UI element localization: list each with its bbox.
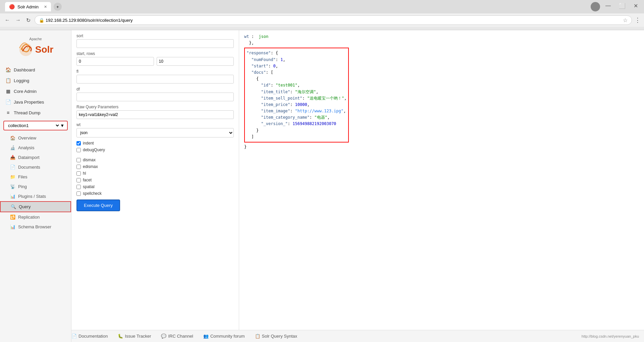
collection-selector[interactable]: collection1 ▼ — [3, 121, 68, 130]
ping-icon: 📡 — [10, 184, 15, 189]
logo-area: Apache Solr — [0, 30, 71, 64]
facet-checkbox[interactable] — [76, 178, 81, 182]
tab-favicon: 🔴 — [9, 4, 15, 9]
replication-icon: 🔁 — [10, 215, 15, 220]
reload-button[interactable]: ↻ — [25, 16, 32, 25]
start-rows-label: start, rows — [76, 51, 234, 56]
schema-browser-icon: 📊 — [10, 224, 15, 229]
edismax-checkbox[interactable] — [76, 165, 81, 169]
wt-select[interactable]: json xml python ruby php csv — [76, 128, 234, 137]
thread-dump-icon: ≡ — [5, 110, 11, 115]
fl-group: fl — [76, 69, 234, 83]
issue-tracker-icon: 🐛 — [118, 334, 123, 339]
sort-input[interactable] — [76, 39, 234, 48]
query-panel: sort start, rows fl df — [71, 30, 644, 330]
spatial-checkbox-row: spatial — [76, 184, 234, 189]
irc-channel-link[interactable]: 💬 IRC Channel — [161, 334, 193, 339]
analysis-icon: 🔬 — [10, 145, 15, 150]
sidebar-item-dataimport[interactable]: 📥 Dataimport — [0, 153, 71, 162]
indent-checkbox-row: indent — [76, 141, 234, 146]
sidebar-item-label: Thread Dump — [14, 110, 40, 115]
apache-label: Apache — [29, 37, 42, 41]
start-input[interactable] — [76, 57, 154, 66]
fl-label: fl — [76, 69, 234, 74]
sort-group: sort — [76, 34, 234, 48]
rows-input[interactable] — [157, 57, 234, 66]
raw-params-label: Raw Query Parameters — [76, 105, 234, 109]
start-rows-group: start, rows — [76, 51, 234, 66]
debug-query-checkbox[interactable] — [76, 148, 81, 152]
df-input[interactable] — [76, 93, 234, 101]
sidebar-item-java-properties[interactable]: 📄 Java Properties — [0, 97, 71, 107]
indent-checkbox[interactable] — [76, 141, 81, 146]
result-pre-content: wt : json }, — [244, 34, 639, 46]
sidebar-item-schema-browser[interactable]: 📊 Schema Browser — [0, 222, 71, 232]
sub-item-label: Plugins / Stats — [18, 194, 46, 199]
sub-item-label: Analysis — [18, 145, 34, 150]
solr-query-syntax-link[interactable]: 📋 Solr Query Syntax — [255, 334, 298, 339]
sub-item-label: Overview — [18, 135, 36, 140]
spatial-checkbox[interactable] — [76, 185, 81, 189]
forward-button[interactable]: → — [14, 16, 22, 24]
solr-label: Solr — [35, 44, 53, 55]
community-forum-icon: 👥 — [203, 334, 209, 339]
collection-select[interactable]: collection1 — [7, 123, 60, 128]
result-json: "response": { "numFound": 1, "start": 0,… — [247, 50, 346, 140]
fl-input[interactable] — [76, 75, 234, 83]
sub-item-label: Query — [19, 204, 31, 209]
issue-tracker-link[interactable]: 🐛 Issue Tracker — [118, 334, 151, 339]
minimize-button[interactable]: — — [603, 2, 613, 11]
execute-query-button[interactable]: Execute Query — [76, 199, 120, 211]
sub-item-label: Replication — [18, 215, 40, 220]
hl-checkbox[interactable] — [76, 171, 81, 176]
sidebar-item-dashboard[interactable]: 🏠 Dashboard — [0, 64, 71, 75]
df-group: df — [76, 87, 234, 101]
spellcheck-checkbox[interactable] — [76, 191, 81, 196]
raw-params-input[interactable] — [76, 110, 234, 119]
main-content: sort start, rows fl df — [71, 30, 644, 342]
files-icon: 📁 — [10, 174, 15, 179]
address-bar[interactable]: 🔒 192.168.25.129:8080/solr/#/collection1… — [35, 15, 632, 25]
sidebar-item-analysis[interactable]: 🔬 Analysis — [0, 143, 71, 153]
sidebar-item-logging[interactable]: 📋 Logging — [0, 75, 71, 86]
browser-tab[interactable]: 🔴 Solr Admin ✕ — [5, 2, 51, 11]
browser-menu-button[interactable]: ⋮ — [635, 16, 641, 24]
dataimport-icon: 📥 — [10, 155, 15, 160]
sidebar: Apache Solr 🏠 Dashboard 📋 Logging ▦ Core… — [0, 30, 71, 342]
documentation-link[interactable]: 📄 Documentation — [71, 334, 108, 339]
community-forum-link[interactable]: 👥 Community forum — [203, 334, 245, 339]
close-button[interactable]: ✕ — [631, 2, 641, 11]
tab-close-button[interactable]: ✕ — [44, 5, 47, 9]
java-properties-icon: 📄 — [5, 99, 11, 105]
sidebar-item-thread-dump[interactable]: ≡ Thread Dump — [0, 107, 71, 118]
irc-channel-label: IRC Channel — [168, 334, 193, 339]
sidebar-item-documents[interactable]: 📄 Documents — [0, 162, 71, 172]
sidebar-item-plugins-stats[interactable]: 📊 Plugins / Stats — [0, 191, 71, 201]
edismax-checkbox-row: edismax — [76, 164, 234, 169]
new-tab-button[interactable]: + — [54, 3, 62, 11]
sidebar-item-overview[interactable]: 🏠 Overview — [0, 133, 71, 143]
sidebar-item-files[interactable]: 📁 Files — [0, 172, 71, 182]
df-label: df — [76, 87, 234, 92]
sidebar-item-replication[interactable]: 🔁 Replication — [0, 212, 71, 222]
solr-query-syntax-icon: 📋 — [255, 334, 260, 339]
sidebar-item-ping[interactable]: 📡 Ping — [0, 182, 71, 191]
chevron-down-icon: ▼ — [60, 123, 64, 128]
sub-item-label: Dataimport — [18, 155, 40, 160]
facet-label: facet — [83, 178, 92, 182]
wt-group: wt json xml python ruby php csv — [76, 122, 234, 137]
spellcheck-label: spellcheck — [83, 191, 102, 196]
sidebar-item-core-admin[interactable]: ▦ Core Admin — [0, 86, 71, 97]
dismax-checkbox[interactable] — [76, 158, 81, 162]
back-button[interactable]: ← — [3, 16, 11, 24]
overview-icon: 🏠 — [10, 135, 15, 140]
sidebar-item-query[interactable]: 🔍 Query — [0, 201, 71, 212]
form-panel: sort start, rows fl df — [71, 30, 239, 330]
tab-title: Solr Admin — [17, 4, 39, 9]
sidebar-item-label: Logging — [14, 78, 29, 83]
maximize-button[interactable]: ⬜ — [616, 2, 628, 11]
footer: 📄 Documentation 🐛 Issue Tracker 💬 IRC Ch… — [71, 330, 644, 342]
bookmark-icon[interactable]: ☆ — [623, 17, 628, 23]
hl-checkbox-row: hl — [76, 171, 234, 176]
user-icon — [591, 2, 600, 11]
